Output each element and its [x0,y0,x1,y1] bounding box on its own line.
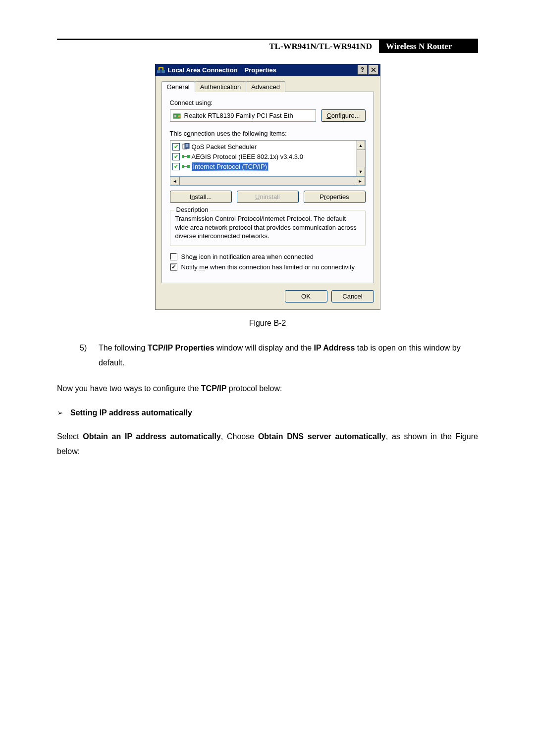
paragraph: Now you have two ways to configure the T… [57,381,478,396]
checkbox-icon[interactable]: ✔ [172,163,180,170]
adapter-name: Realtek RTL8139 Family PCI Fast Eth [184,112,293,119]
figure-wrap: Local Area Connection Properties ? Gener… [57,64,478,310]
svg-rect-14 [182,155,184,158]
chevron-right-icon: ➢ [57,408,63,417]
figure-caption: Figure B-2 [57,319,478,328]
connect-using-label: Connect using: [170,99,366,106]
description-text: Transmission Control Protocol/Internet P… [175,214,360,241]
dialog-body: General Authentication Advanced Connect … [155,76,380,310]
svg-rect-12 [186,144,188,147]
protocol-icon [182,163,190,170]
connection-icon [157,66,165,74]
titlebar-text1: Local Area Connection [168,66,238,74]
listbox-content: ✔ QoS Packet Scheduler ✔ [170,141,356,176]
scroll-left-icon[interactable]: ◄ [170,177,180,185]
step-text: The following TCP/IP Properties window w… [99,341,478,371]
list-item-label: Internet Protocol (TCP/IP) [192,162,269,171]
protocol-icon [182,153,190,160]
items-listbox[interactable]: ✔ QoS Packet Scheduler ✔ [170,140,366,177]
notify-label: Notify me when this connection has limit… [181,263,355,271]
scroll-down-icon[interactable]: ▼ [357,167,365,176]
scroll-up-icon[interactable]: ▲ [357,141,365,150]
tab-pane-general: Connect using: Realtek RTL8139 Family PC… [161,92,374,283]
svg-rect-17 [182,165,184,168]
description-legend: Description [174,206,211,213]
svg-rect-18 [187,165,190,168]
cancel-button[interactable]: Cancel [331,290,374,302]
bullet-label: Setting IP address automatically [70,408,192,417]
step-number: 5) [80,341,99,371]
install-button[interactable]: Install... [170,191,232,203]
list-item[interactable]: ✔ QoS Packet Scheduler [171,142,355,151]
show-icon-label: Show icon in notification area when conn… [181,253,314,260]
tab-advanced[interactable]: Advanced [246,81,285,92]
step-5: 5) The following TCP/IP Properties windo… [80,341,478,371]
horizontal-scrollbar[interactable]: ◄ ► [170,177,366,186]
list-item[interactable]: ✔ AEGIS Protocol (IEEE 802.1x) v3.4.3.0 [171,151,355,161]
options: Show icon in notification area when conn… [170,253,366,271]
service-icon [182,143,190,150]
adapter-row: Realtek RTL8139 Family PCI Fast Eth Conf… [170,109,366,122]
titlebar-title: Local Area Connection Properties [168,66,357,74]
checkbox-icon[interactable]: ✔ [172,153,180,160]
doc-header: TL-WR941N/TL-WR941ND Wireless N Router [57,39,478,53]
adapter-field[interactable]: Realtek RTL8139 Family PCI Fast Eth [170,109,317,122]
description-fieldset: Description Transmission Control Protoco… [170,210,366,246]
list-item-label: QoS Packet Scheduler [192,143,257,151]
checkbox-icon[interactable] [170,253,177,260]
scroll-track[interactable] [180,177,356,185]
list-item-label: AEGIS Protocol (IEEE 802.1x) v3.4.3.0 [192,153,303,160]
ok-button[interactable]: OK [285,290,327,302]
tab-general[interactable]: General [161,81,195,92]
configure-button[interactable]: Configure... [321,109,365,122]
close-button[interactable] [369,65,378,75]
notify-option[interactable]: ✔ Notify me when this connection has lim… [170,263,366,271]
help-button[interactable]: ? [358,65,368,75]
item-buttons: Install... Uninstall Properties [170,191,366,203]
svg-rect-15 [187,155,190,158]
svg-rect-4 [159,67,163,68]
show-icon-option[interactable]: Show icon in notification area when conn… [170,253,366,260]
vertical-scrollbar[interactable]: ▲ ▼ [356,141,365,176]
checkbox-icon[interactable]: ✔ [170,263,177,271]
titlebar-text2: Properties [245,66,276,74]
svg-rect-0 [157,70,160,73]
scroll-track[interactable] [357,150,365,167]
svg-rect-9 [178,115,181,117]
model-name: TL-WR941N/TL-WR941ND [57,40,379,53]
dialog-footer: OK Cancel [161,290,374,302]
product-desc: Wireless N Router [379,40,478,53]
checkbox-icon[interactable]: ✔ [172,143,180,151]
titlebar[interactable]: Local Area Connection Properties ? [155,64,380,76]
list-item[interactable]: ✔ Internet Protocol (TCP/IP) [171,161,355,171]
bullet-item: ➢ Setting IP address automatically [57,408,478,417]
lan-properties-dialog: Local Area Connection Properties ? Gener… [155,64,380,310]
paragraph: Select Obtain an IP address automaticall… [57,429,478,459]
tab-authentication[interactable]: Authentication [195,81,246,92]
item-properties-button[interactable]: Properties [304,191,366,203]
uninstall-button: Uninstall [237,191,299,203]
tabs: General Authentication Advanced [161,81,374,92]
page: TL-WR941N/TL-WR941ND Wireless N Router L… [0,39,535,756]
nic-icon [173,112,181,119]
items-label: This connection uses the following items… [170,130,366,137]
scroll-right-icon[interactable]: ► [356,177,365,185]
svg-rect-8 [174,115,176,117]
svg-rect-1 [161,70,165,73]
